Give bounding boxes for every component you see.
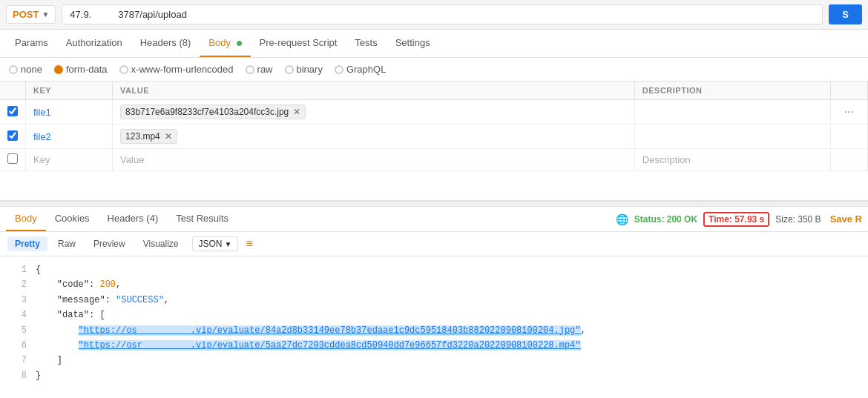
response-tab-cookies[interactable]: Cookies bbox=[46, 207, 99, 231]
tab-body[interactable]: Body bbox=[200, 30, 250, 57]
radio-none bbox=[9, 65, 18, 74]
radio-raw bbox=[246, 65, 254, 74]
view-opt-raw[interactable]: Raw bbox=[50, 236, 83, 251]
body-type-raw[interactable]: raw bbox=[246, 64, 273, 75]
th-value: VALUE bbox=[113, 82, 635, 100]
radio-binary bbox=[285, 65, 294, 74]
row3-checkbox-cell bbox=[0, 149, 26, 171]
more-icon: ··· bbox=[838, 102, 860, 121]
format-select[interactable]: JSON ▼ bbox=[192, 236, 239, 251]
json-line-2: 2 "code": 200, bbox=[3, 277, 865, 292]
json-line-8: 8 } bbox=[3, 368, 865, 383]
body-type-urlencoded[interactable]: x-www-form-urlencoded bbox=[119, 64, 234, 75]
row1-key[interactable]: file1 bbox=[26, 100, 113, 125]
row1-checkbox[interactable] bbox=[7, 106, 18, 116]
size-info: Size: 350 B bbox=[775, 214, 821, 225]
chevron-down-icon: ▼ bbox=[42, 10, 49, 19]
response-tab-test-results[interactable]: Test Results bbox=[167, 207, 237, 231]
table-row-placeholder: Key Value Description bbox=[0, 149, 868, 171]
table-row: file2 123.mp4 ✕ bbox=[0, 125, 868, 149]
row2-value: 123.mp4 ✕ bbox=[113, 125, 635, 149]
tab-pre-request[interactable]: Pre-request Script bbox=[251, 30, 346, 57]
file2-remove[interactable]: ✕ bbox=[165, 131, 172, 142]
method-select[interactable]: POST ▼ bbox=[6, 5, 56, 24]
form-data-table: KEY VALUE DESCRIPTION file1 83b717e6a9f8… bbox=[0, 82, 868, 171]
view-opts-row: Pretty Raw Preview Visualize JSON ▼ ≡ bbox=[0, 232, 868, 256]
table-row: file1 83b717e6a9f8233cf7e4103a204fcc3c.j… bbox=[0, 100, 868, 125]
row1-checkbox-cell bbox=[0, 100, 26, 125]
tab-params[interactable]: Params bbox=[6, 30, 57, 57]
body-dot bbox=[237, 41, 242, 46]
th-checkbox bbox=[0, 82, 26, 100]
row2-key[interactable]: file2 bbox=[26, 125, 113, 149]
response-tab-body[interactable]: Body bbox=[6, 207, 46, 231]
tab-settings[interactable]: Settings bbox=[387, 30, 439, 57]
section-divider bbox=[0, 201, 868, 207]
json-line-5: 5 "https://os .vip/evaluate/84a2d8b33149… bbox=[3, 323, 865, 338]
file1-remove[interactable]: ✕ bbox=[293, 107, 300, 117]
request-tabs: Params Authorization Headers (8) Body Pr… bbox=[0, 30, 868, 58]
view-opt-preview[interactable]: Preview bbox=[86, 236, 133, 251]
json-line-6: 6 "https://osr .vip/evaluate/5aa27dc7203… bbox=[3, 338, 865, 353]
tab-headers[interactable]: Headers (8) bbox=[131, 30, 200, 57]
request-spacer bbox=[0, 171, 868, 201]
json-line-4: 4 "data": [ bbox=[3, 308, 865, 322]
row1-more[interactable]: ··· bbox=[830, 100, 867, 125]
row2-description[interactable] bbox=[634, 125, 830, 149]
file1-tag: 83b717e6a9f8233cf7e4103a204fcc3c.jpg ✕ bbox=[120, 105, 306, 119]
response-tab-headers[interactable]: Headers (4) bbox=[99, 207, 168, 231]
radio-form-data bbox=[54, 65, 63, 74]
row3-value-placeholder[interactable]: Value bbox=[113, 149, 635, 171]
radio-graphql bbox=[335, 65, 343, 74]
body-type-none[interactable]: none bbox=[9, 64, 42, 75]
row3-desc-placeholder[interactable]: Description bbox=[634, 149, 830, 171]
file2-tag: 123.mp4 ✕ bbox=[120, 129, 177, 144]
view-opt-pretty[interactable]: Pretty bbox=[7, 236, 47, 251]
url-bar: POST ▼ S bbox=[0, 0, 868, 30]
method-label: POST bbox=[13, 9, 39, 20]
format-chevron-icon: ▼ bbox=[225, 240, 232, 248]
json-line-7: 7 ] bbox=[3, 353, 865, 368]
time-badge: Time: 57.93 s bbox=[703, 212, 769, 227]
save-response-button[interactable]: Save R bbox=[830, 213, 862, 225]
th-description: DESCRIPTION bbox=[634, 82, 830, 100]
json-link-1[interactable]: "https://os .vip/evaluate/84a2d8b33149ee… bbox=[79, 325, 581, 336]
row3-checkbox[interactable] bbox=[7, 153, 18, 164]
tab-tests[interactable]: Tests bbox=[346, 30, 386, 57]
url-input[interactable] bbox=[62, 4, 823, 24]
json-link-2[interactable]: "https://osr .vip/evaluate/5aa27dc7203cd… bbox=[79, 340, 581, 351]
th-key: KEY bbox=[26, 82, 113, 100]
tab-authorization[interactable]: Authorization bbox=[57, 30, 131, 57]
body-type-binary[interactable]: binary bbox=[285, 64, 323, 75]
body-type-row: none form-data x-www-form-urlencoded raw… bbox=[0, 58, 868, 82]
row1-description[interactable] bbox=[634, 100, 830, 125]
radio-urlencoded bbox=[119, 65, 128, 74]
json-line-3: 3 "message": "SUCCESS", bbox=[3, 293, 865, 308]
row1-value: 83b717e6a9f8233cf7e4103a204fcc3c.jpg ✕ bbox=[113, 100, 635, 125]
row3-key-placeholder[interactable]: Key bbox=[26, 149, 113, 171]
view-opt-visualize[interactable]: Visualize bbox=[136, 236, 186, 251]
response-tabs: Body Cookies Headers (4) Test Results 🌐 … bbox=[0, 207, 868, 232]
json-body: 1 { 2 "code": 200, 3 "message": "SUCCESS… bbox=[0, 256, 868, 389]
send-button[interactable]: S bbox=[829, 4, 862, 24]
json-line-1: 1 { bbox=[3, 262, 865, 277]
th-actions bbox=[830, 82, 867, 100]
response-meta: 🌐 Status: 200 OK Time: 57.93 s Size: 350… bbox=[616, 212, 862, 227]
row2-checkbox-cell bbox=[0, 125, 26, 149]
wrap-icon[interactable]: ≡ bbox=[246, 237, 252, 251]
body-type-graphql[interactable]: GraphQL bbox=[335, 64, 386, 75]
row2-checkbox[interactable] bbox=[7, 130, 18, 141]
globe-icon: 🌐 bbox=[616, 213, 628, 225]
status-badge: Status: 200 OK bbox=[634, 214, 697, 225]
body-type-form-data[interactable]: form-data bbox=[54, 64, 108, 75]
